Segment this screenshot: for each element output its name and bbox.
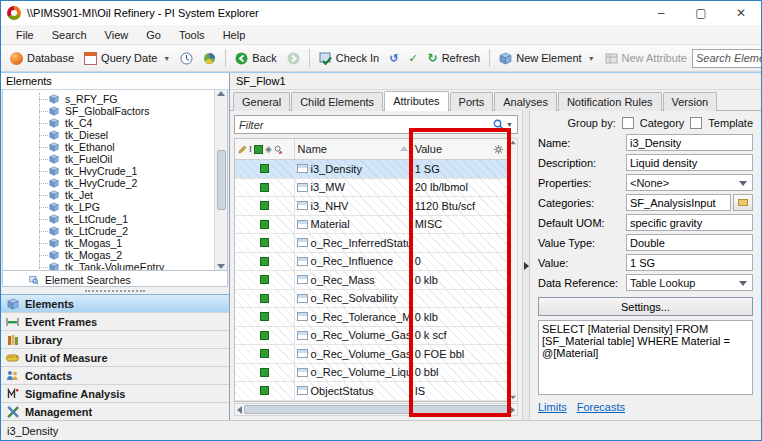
tree-item[interactable]: tk_Tank-VolumeEntry [3,261,214,270]
name-field[interactable] [630,137,749,149]
tree-item[interactable]: tk_LPG [3,201,214,213]
menu-item[interactable]: Search [43,27,96,43]
tab[interactable]: Child Elements [291,92,383,111]
new-element-button[interactable]: New Element ▼ [494,49,599,68]
value-field[interactable] [630,257,749,269]
menu-item[interactable]: View [96,27,138,43]
nav-sigmafine-analysis[interactable]: Sigmafine Analysis [1,384,229,402]
query-date-button[interactable]: Query Date ▼ [79,49,175,68]
attribute-value[interactable]: 0 k scf [412,327,508,345]
attribute-value[interactable]: 20 lb/lbmol [412,179,508,197]
back-button[interactable]: Back [230,49,281,68]
attribute-row[interactable]: i3_Density 1 SG [235,160,508,179]
tree-item[interactable]: tk_Mogas_2 [3,249,214,261]
tree-item[interactable]: tk_Mogas_1 [3,237,214,249]
nav-event-frames[interactable]: Event Frames [1,312,229,330]
value-type-field[interactable] [630,237,749,249]
tree-item[interactable]: tk_HvyCrude_1 [3,165,214,177]
close-button[interactable]: ✕ [721,1,761,25]
value-column-header[interactable]: Value [412,139,508,159]
new-attribute-button[interactable]: New Attribute [600,49,692,68]
database-button[interactable]: Database [5,49,79,68]
attribute-value[interactable]: 0 bbl [412,364,508,382]
refresh-button[interactable]: ↻ Refresh [423,48,486,68]
panel-splitter[interactable] [1,287,229,294]
tree-item[interactable]: s_RFY_FG [3,93,214,105]
nav-contacts[interactable]: Contacts [1,366,229,384]
tree-item[interactable]: tk_C4 [3,117,214,129]
tab[interactable]: Analyses [494,92,557,111]
attribute-row[interactable]: o_Rec_Tolerance_Mass 0 klb [235,308,508,327]
nav-elements[interactable]: Elements [1,294,229,312]
attribute-value[interactable]: 0 klb [412,271,508,289]
properties-dropdown[interactable]: <None> [626,174,753,191]
description-field[interactable] [630,157,749,169]
details-splitter[interactable] [522,111,530,420]
maximize-button[interactable]: ▢ [681,1,721,25]
categories-field[interactable] [630,197,727,209]
tab[interactable]: Notification Rules [558,92,662,111]
menu-item[interactable]: Go [137,27,170,43]
scroll-up-icon[interactable] [217,91,225,96]
tree-item[interactable]: tk_LtCrude_2 [3,225,214,237]
menu-item[interactable]: Tools [170,27,214,43]
filter-input[interactable] [239,119,493,131]
attribute-value[interactable]: IS [412,382,508,400]
chevron-down-icon[interactable]: ▼ [506,121,513,128]
minimize-button[interactable]: – [641,1,681,25]
scrollbar-thumb[interactable] [244,405,508,414]
grid-vertical-scrollbar[interactable] [509,138,518,402]
attribute-row[interactable]: o_Rec_Volume_Gas_FOE 0 FOE bbl [235,345,508,364]
attribute-row[interactable]: o_Rec_Volume_Gas 0 k scf [235,327,508,346]
attribute-row[interactable]: o_Rec_Mass 0 klb [235,271,508,290]
attribute-row[interactable]: ObjectStatus IS [235,382,508,401]
nav-unit-of-measure[interactable]: Unit of Measure [1,348,229,366]
scrollbar-thumb[interactable] [217,150,226,210]
filter-search-icon[interactable] [493,119,504,130]
tree-item[interactable]: SF_GlobalFactors [3,105,214,117]
tree-item[interactable]: tk_HvyCrude_2 [3,177,214,189]
tree-scrollbar[interactable] [214,90,227,270]
attribute-value[interactable]: MISC [412,216,508,234]
settings-button[interactable]: Settings... [538,297,753,316]
element-searches-item[interactable]: Element Searches [3,274,227,286]
tree-item[interactable]: tk_Ethanol [3,141,214,153]
tab[interactable]: General [233,92,290,111]
tree-item[interactable]: tk_Jet [3,189,214,201]
scroll-down-icon[interactable] [510,396,516,400]
attribute-row[interactable]: i3_NHV 1120 Btu/scf [235,197,508,216]
attribute-value[interactable]: 0 FOE bbl [412,345,508,363]
attribute-row[interactable]: o_Rec_Solvability [235,290,508,309]
group-by-template-checkbox[interactable] [690,117,702,129]
apply-button[interactable]: ✓ [403,49,422,68]
forecasts-link[interactable]: Forecasts [577,401,625,413]
data-reference-dropdown[interactable]: Table Lookup [626,274,753,291]
attribute-value[interactable]: 1 SG [412,160,508,178]
scroll-up-icon[interactable] [510,141,516,145]
name-column-header[interactable]: Name [295,139,412,159]
tree-item[interactable]: tk_FuelOil [3,153,214,165]
default-uom-field[interactable] [630,217,749,229]
attribute-row[interactable]: o_Rec_Influence 0 [235,253,508,272]
attribute-value[interactable] [412,234,508,252]
nav-management[interactable]: Management [1,402,229,420]
tab[interactable]: Version [663,92,718,111]
attribute-row[interactable]: o_Rec_Volume_Liquid 0 bbl [235,364,508,383]
attribute-value[interactable]: 0 [412,253,508,271]
gear-icon[interactable] [493,144,504,155]
search-elements-input[interactable] [696,52,762,64]
forward-button[interactable] [282,49,305,68]
attribute-value[interactable] [412,290,508,308]
scroll-left-icon[interactable] [237,406,242,414]
attribute-row[interactable]: o_Rec_InferredStatus [235,234,508,253]
chart-button[interactable] [198,49,221,68]
tab[interactable]: Attributes [384,91,448,111]
time-button[interactable] [175,49,198,68]
menu-item[interactable]: Help [214,27,255,43]
tree-item[interactable]: tk_LtCrude_1 [3,213,214,225]
menu-item[interactable]: File [7,27,43,43]
limits-link[interactable]: Limits [538,401,567,413]
group-by-category-checkbox[interactable] [622,117,634,129]
grid-horizontal-scrollbar[interactable] [234,403,518,416]
categories-browse-button[interactable] [733,194,753,211]
